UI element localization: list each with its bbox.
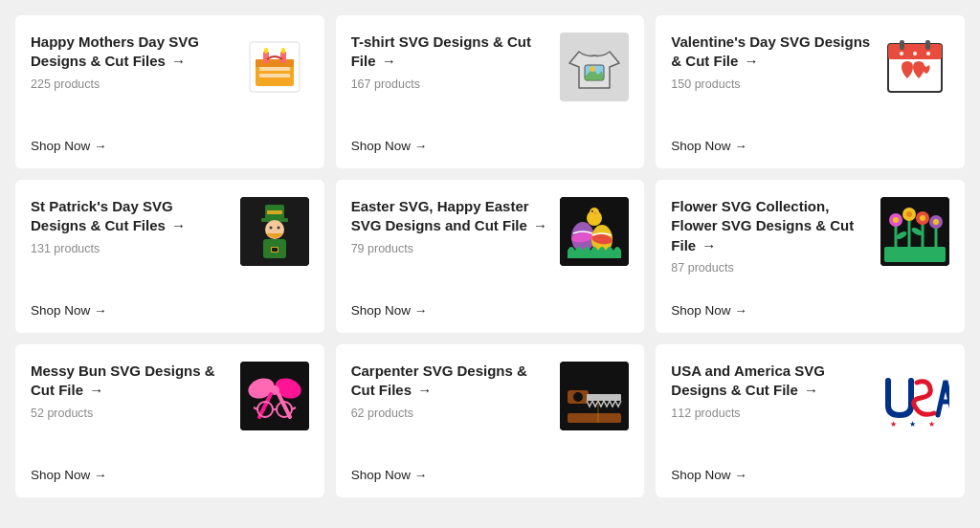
card-image-tshirt bbox=[560, 33, 629, 101]
svg-rect-9 bbox=[259, 74, 290, 77]
card-title: Valentine's Day SVG Designs & Cut File → bbox=[671, 33, 871, 72]
product-card-mothers-day: Happy Mothers Day SVG Designs & Cut File… bbox=[15, 15, 324, 168]
svg-point-37 bbox=[590, 208, 599, 217]
card-count: 79 products bbox=[351, 242, 551, 255]
svg-point-26 bbox=[269, 227, 272, 230]
product-card-easter: Easter SVG, Happy Easter SVG Designs and… bbox=[336, 180, 645, 333]
arrow-icon: → bbox=[89, 382, 103, 398]
svg-point-66 bbox=[573, 392, 583, 402]
card-text-flower: Flower SVG Collection, Flower SVG Design… bbox=[671, 197, 880, 275]
card-text-usa: USA and America SVG Designs & Cut File →… bbox=[671, 362, 880, 420]
card-text-messybun: Messy Bun SVG Designs & Cut File → 52 pr… bbox=[31, 362, 240, 420]
card-count: 62 products bbox=[351, 407, 551, 420]
card-text-easter: Easter SVG, Happy Easter SVG Designs and… bbox=[351, 197, 561, 255]
svg-point-38 bbox=[591, 210, 593, 212]
card-text-stpatrick: St Patrick's Day SVG Designs & Cut Files… bbox=[31, 197, 240, 255]
card-title: Easter SVG, Happy Easter SVG Designs and… bbox=[351, 197, 551, 236]
shop-now-button[interactable]: Shop Now → bbox=[31, 139, 309, 153]
card-title: Happy Mothers Day SVG Designs & Cut File… bbox=[31, 33, 231, 72]
svg-point-50 bbox=[920, 215, 925, 221]
card-title: T-shirt SVG Designs & Cut File → bbox=[351, 33, 551, 72]
svg-rect-55 bbox=[240, 362, 309, 430]
svg-rect-16 bbox=[900, 40, 904, 50]
svg-point-27 bbox=[277, 227, 279, 230]
card-image-mothers-day bbox=[240, 33, 309, 101]
card-top-messybun: Messy Bun SVG Designs & Cut File → 52 pr… bbox=[31, 362, 309, 430]
shop-now-button[interactable]: Shop Now → bbox=[31, 303, 309, 318]
svg-point-12 bbox=[590, 66, 595, 72]
card-image-usa: ★ ★ ★ bbox=[880, 362, 949, 430]
card-top-carpenter: Carpenter SVG Designs & Cut Files → 62 p… bbox=[351, 362, 630, 430]
svg-point-48 bbox=[906, 211, 912, 217]
card-image-stpatrick bbox=[240, 197, 309, 266]
card-image-messybun bbox=[240, 362, 309, 430]
card-text-mothers-day: Happy Mothers Day SVG Designs & Cut File… bbox=[31, 33, 240, 91]
svg-point-7 bbox=[281, 48, 285, 54]
product-grid: Happy Mothers Day SVG Designs & Cut File… bbox=[15, 15, 965, 497]
svg-point-20 bbox=[926, 52, 930, 55]
shop-now-button[interactable]: Shop Now → bbox=[351, 468, 630, 482]
card-image-valentine bbox=[880, 33, 949, 101]
shop-now-button[interactable]: Shop Now → bbox=[671, 468, 949, 482]
card-top-tshirt: T-shirt SVG Designs & Cut File → 167 pro… bbox=[351, 33, 630, 101]
card-text-valentine: Valentine's Day SVG Designs & Cut File →… bbox=[671, 33, 880, 91]
arrow-icon: → bbox=[417, 382, 432, 398]
svg-rect-40 bbox=[884, 247, 946, 262]
svg-rect-17 bbox=[925, 40, 930, 50]
product-card-usa: USA and America SVG Designs & Cut File →… bbox=[656, 344, 965, 497]
product-card-messybun: Messy Bun SVG Designs & Cut File → 52 pr… bbox=[15, 344, 324, 497]
arrow-icon: → bbox=[171, 53, 186, 69]
card-title: Carpenter SVG Designs & Cut Files → bbox=[351, 362, 551, 401]
svg-point-6 bbox=[264, 48, 268, 54]
shop-now-button[interactable]: Shop Now → bbox=[351, 139, 630, 153]
arrow-icon: → bbox=[171, 217, 186, 233]
card-top-easter: Easter SVG, Happy Easter SVG Designs and… bbox=[351, 197, 630, 266]
card-title: St Patrick's Day SVG Designs & Cut Files… bbox=[31, 197, 231, 236]
card-image-flower bbox=[880, 197, 949, 266]
card-top-stpatrick: St Patrick's Day SVG Designs & Cut Files… bbox=[31, 197, 309, 266]
product-card-carpenter: Carpenter SVG Designs & Cut Files → 62 p… bbox=[336, 344, 645, 497]
product-card-tshirt: T-shirt SVG Designs & Cut File → 167 pro… bbox=[336, 15, 645, 168]
card-image-carpenter bbox=[560, 362, 629, 430]
arrow-icon: → bbox=[804, 382, 818, 398]
svg-rect-68 bbox=[568, 413, 621, 423]
shop-now-button[interactable]: Shop Now → bbox=[31, 468, 309, 482]
svg-text:★: ★ bbox=[909, 420, 916, 429]
card-count: 225 products bbox=[31, 77, 231, 91]
card-top-usa: USA and America SVG Designs & Cut File →… bbox=[671, 362, 949, 430]
card-count: 87 products bbox=[671, 261, 871, 275]
svg-rect-30 bbox=[272, 248, 278, 252]
svg-text:★: ★ bbox=[890, 420, 897, 429]
product-card-valentine: Valentine's Day SVG Designs & Cut File →… bbox=[656, 15, 965, 168]
product-card-flower: Flower SVG Collection, Flower SVG Design… bbox=[656, 180, 965, 333]
arrow-icon: → bbox=[745, 53, 759, 69]
card-title: Flower SVG Collection, Flower SVG Design… bbox=[671, 197, 871, 255]
card-top-mothers-day: Happy Mothers Day SVG Designs & Cut File… bbox=[31, 33, 309, 101]
shop-now-button[interactable]: Shop Now → bbox=[671, 303, 949, 318]
card-text-carpenter: Carpenter SVG Designs & Cut Files → 62 p… bbox=[351, 362, 561, 420]
shop-now-button[interactable]: Shop Now → bbox=[671, 139, 949, 153]
arrow-icon: → bbox=[382, 53, 396, 69]
shop-now-button[interactable]: Shop Now → bbox=[351, 303, 630, 318]
card-count: 150 products bbox=[671, 77, 871, 91]
card-count: 167 products bbox=[351, 77, 551, 91]
svg-point-52 bbox=[933, 219, 939, 225]
arrow-icon: → bbox=[533, 217, 547, 233]
card-title: USA and America SVG Designs & Cut File → bbox=[671, 362, 871, 401]
card-count: 112 products bbox=[671, 407, 871, 420]
svg-rect-24 bbox=[267, 210, 282, 214]
card-top-flower: Flower SVG Collection, Flower SVG Design… bbox=[671, 197, 949, 275]
svg-point-18 bbox=[900, 52, 903, 55]
card-image-easter bbox=[560, 197, 629, 266]
card-text-tshirt: T-shirt SVG Designs & Cut File → 167 pro… bbox=[351, 33, 561, 91]
card-top-valentine: Valentine's Day SVG Designs & Cut File →… bbox=[671, 33, 949, 101]
svg-point-46 bbox=[893, 217, 899, 223]
svg-point-19 bbox=[913, 52, 917, 55]
card-title: Messy Bun SVG Designs & Cut File → bbox=[31, 362, 231, 401]
svg-text:★: ★ bbox=[928, 420, 935, 429]
product-card-stpatrick: St Patrick's Day SVG Designs & Cut Files… bbox=[15, 180, 324, 333]
card-count: 131 products bbox=[31, 242, 231, 255]
svg-rect-3 bbox=[256, 59, 294, 67]
svg-rect-8 bbox=[259, 67, 290, 71]
arrow-icon: → bbox=[702, 237, 716, 253]
